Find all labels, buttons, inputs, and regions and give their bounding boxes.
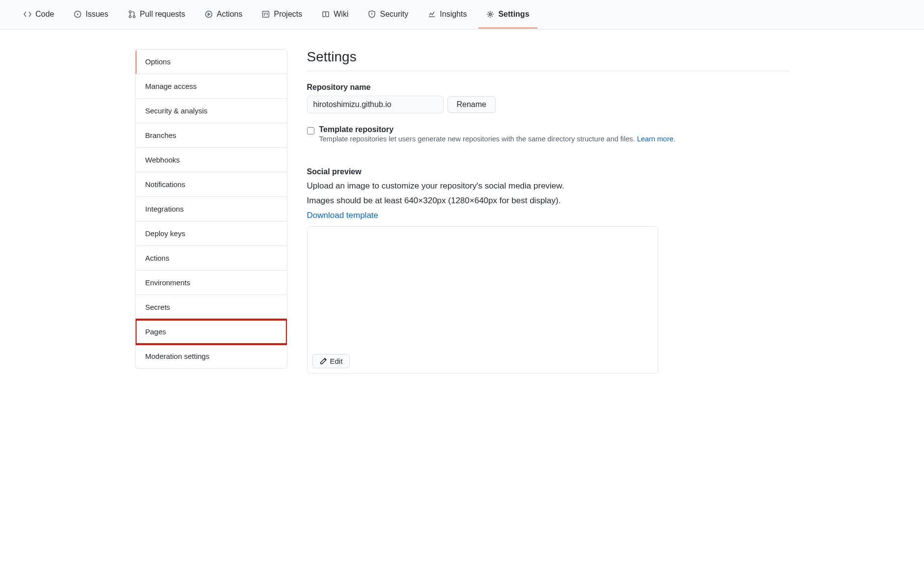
svg-point-2 <box>129 11 131 13</box>
social-heading: Social preview <box>307 167 789 176</box>
sidebar-item-secrets[interactable]: Secrets <box>136 295 287 320</box>
template-desc-text: Template repositories let users generate… <box>319 135 637 143</box>
rename-button[interactable]: Rename <box>448 96 496 113</box>
sidebar-item-moderation[interactable]: Moderation settings <box>136 344 287 368</box>
template-checkbox[interactable] <box>307 127 314 135</box>
sidebar-item-label: Secrets <box>145 303 170 311</box>
social-line1: Upload an image to customize your reposi… <box>307 181 789 191</box>
settings-main: Settings Repository name Rename Template… <box>307 49 789 374</box>
gear-icon <box>486 10 494 18</box>
edit-button-label: Edit <box>330 357 343 365</box>
sidebar-item-notifications[interactable]: Notifications <box>136 172 287 197</box>
shield-icon <box>368 10 376 18</box>
tab-settings[interactable]: Settings <box>478 1 537 28</box>
settings-sidebar: Options Manage access Security & analysi… <box>135 49 287 369</box>
tab-settings-label: Settings <box>498 10 529 19</box>
project-icon <box>262 10 270 18</box>
repo-topnav: Code Issues Pull requests Actions Projec… <box>0 0 924 29</box>
sidebar-item-label: Options <box>145 57 171 66</box>
sidebar-item-label: Webhooks <box>145 156 180 164</box>
pull-request-icon <box>128 10 136 18</box>
issue-icon <box>74 10 82 18</box>
tab-pulls-label: Pull requests <box>140 10 186 19</box>
tab-actions-label: Actions <box>217 10 242 19</box>
tab-security[interactable]: Security <box>360 1 416 28</box>
tab-code[interactable]: Code <box>16 1 62 28</box>
tab-wiki-label: Wiki <box>334 10 348 19</box>
sidebar-item-actions[interactable]: Actions <box>136 246 287 271</box>
sidebar-item-label: Security & analysis <box>145 107 208 115</box>
play-icon <box>205 10 213 18</box>
svg-point-1 <box>77 13 79 15</box>
download-template-link[interactable]: Download template <box>307 211 379 220</box>
tab-projects-label: Projects <box>274 10 302 19</box>
sidebar-item-branches[interactable]: Branches <box>136 123 287 148</box>
graph-icon <box>428 10 436 18</box>
template-desc: Template repositories let users generate… <box>319 135 675 143</box>
sidebar-item-security-analysis[interactable]: Security & analysis <box>136 99 287 123</box>
book-icon <box>322 10 330 18</box>
template-learn-more-link[interactable]: Learn more. <box>637 135 675 143</box>
repo-name-input[interactable] <box>307 96 444 113</box>
tab-issues-label: Issues <box>85 10 108 19</box>
tab-issues[interactable]: Issues <box>66 1 116 28</box>
code-icon <box>24 10 31 18</box>
tab-insights-label: Insights <box>440 10 467 19</box>
pencil-icon <box>320 357 327 365</box>
sidebar-item-options[interactable]: Options <box>136 50 287 74</box>
sidebar-item-label: Moderation settings <box>145 352 210 360</box>
tab-insights[interactable]: Insights <box>420 1 475 28</box>
sidebar-item-label: Integrations <box>145 205 184 213</box>
svg-point-3 <box>129 16 131 18</box>
sidebar-item-pages[interactable]: Pages <box>136 320 287 344</box>
sidebar-item-environments[interactable]: Environments <box>136 271 287 295</box>
svg-point-5 <box>206 11 212 17</box>
tab-security-label: Security <box>380 10 408 19</box>
sidebar-item-label: Manage access <box>145 82 197 90</box>
sidebar-item-label: Actions <box>145 254 169 262</box>
sidebar-item-webhooks[interactable]: Webhooks <box>136 148 287 172</box>
tab-wiki[interactable]: Wiki <box>314 1 356 28</box>
svg-point-7 <box>489 13 491 15</box>
sidebar-item-label: Branches <box>145 131 176 139</box>
sidebar-item-label: Notifications <box>145 180 186 189</box>
tab-projects[interactable]: Projects <box>254 1 310 28</box>
edit-button[interactable]: Edit <box>312 354 350 368</box>
sidebar-item-manage-access[interactable]: Manage access <box>136 74 287 99</box>
sidebar-item-label: Deploy keys <box>145 229 186 238</box>
sidebar-item-deploy-keys[interactable]: Deploy keys <box>136 221 287 246</box>
sidebar-item-label: Environments <box>145 278 191 287</box>
sidebar-item-label: Pages <box>145 327 167 336</box>
tab-pulls[interactable]: Pull requests <box>120 1 194 28</box>
sidebar-item-integrations[interactable]: Integrations <box>136 197 287 221</box>
social-preview-box: Edit <box>307 226 658 374</box>
tab-code-label: Code <box>35 10 54 19</box>
social-line2: Images should be at least 640×320px (128… <box>307 196 789 206</box>
svg-point-4 <box>133 16 135 18</box>
repo-name-label: Repository name <box>307 83 789 92</box>
template-label: Template repository <box>319 125 675 134</box>
tab-actions[interactable]: Actions <box>197 1 250 28</box>
page-title: Settings <box>307 49 789 71</box>
